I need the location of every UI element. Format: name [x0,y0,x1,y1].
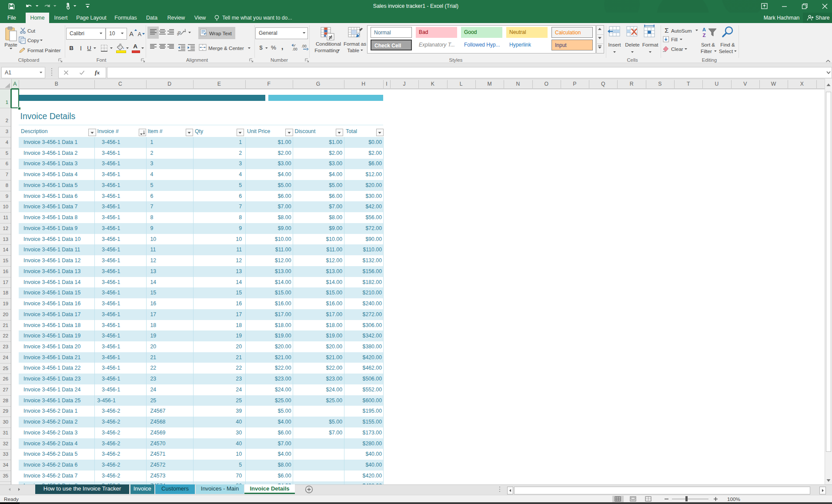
svg-text:ab: ab [177,30,182,37]
